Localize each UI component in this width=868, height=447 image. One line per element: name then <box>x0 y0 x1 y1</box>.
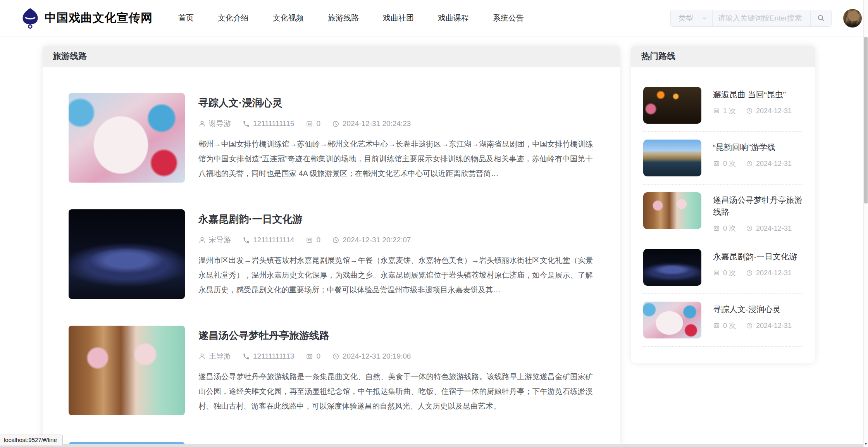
brand[interactable]: 中国戏曲文化宣传网 <box>21 8 153 29</box>
route-meta: 王导游 12111111113 <box>198 351 593 361</box>
hot-route-thumbnail[interactable] <box>643 302 701 338</box>
views-icon <box>306 236 313 244</box>
hot-route-info: 寻踪人文·浸润心灵 0 次 <box>713 302 803 338</box>
hot-route-meta: 1 次 2024-12-31 <box>713 106 803 116</box>
route-phone-number: 12111111114 <box>253 236 294 244</box>
route-guide: 谢导游 <box>198 119 231 129</box>
hot-routes-panel: 热门路线 邂逅昆曲 当回“昆虫” 1 次 <box>631 46 815 363</box>
hot-route-item[interactable]: 寻踪人文·浸润心灵 0 次 <box>643 294 803 347</box>
route-article[interactable]: 遂昌汤公寻梦牡丹亭旅游线路 王导游 <box>69 326 593 415</box>
route-datetime-value: 2024-12-31 20:19:06 <box>343 352 411 361</box>
hot-route-date-value: 2024-12-31 <box>756 224 792 233</box>
hot-route-date-value: 2024-12-31 <box>756 322 792 330</box>
section-title: 旅游线路 <box>53 50 87 62</box>
route-views-count: 0 <box>316 352 320 361</box>
route-list: 寻踪人文·浸润心灵 谢导游 <box>43 67 620 447</box>
hot-route-views-count: 0 次 <box>723 224 736 233</box>
hot-route-title[interactable]: 遂昌汤公寻梦牡丹亭旅游线路 <box>713 194 803 218</box>
search-input[interactable] <box>713 10 810 26</box>
nav-culture-intro[interactable]: 文化介绍 <box>218 13 249 23</box>
hot-route-thumbnail[interactable] <box>643 87 701 124</box>
route-phone-number: 12111111115 <box>253 119 294 128</box>
route-thumbnail[interactable] <box>69 326 185 415</box>
hot-route-title[interactable]: 邂逅昆曲 当回“昆虫” <box>713 88 803 100</box>
route-phone-number: 12111111113 <box>253 352 294 361</box>
hot-routes-list: 邂逅昆曲 当回“昆虫” 1 次 <box>631 67 815 347</box>
hot-route-views: 0 次 <box>713 224 736 233</box>
nav-opera-courses[interactable]: 戏曲课程 <box>438 13 469 23</box>
hot-route-thumbnail[interactable] <box>643 140 701 176</box>
route-description: 温州市区出发→岩头镇苍坡村永嘉昆剧展览馆→午餐（永嘉麦饼、永嘉特色美食）→岩头镇… <box>198 253 593 297</box>
nav-announcements[interactable]: 系统公告 <box>493 13 524 23</box>
hot-route-title[interactable]: 寻踪人文·浸润心灵 <box>713 303 803 315</box>
section-title: 热门路线 <box>641 50 675 62</box>
hot-route-views-count: 0 次 <box>723 159 736 168</box>
clock-icon <box>746 322 753 329</box>
app-header: 中国戏曲文化宣传网 首页 文化介绍 文化视频 旅游线路 戏曲社团 戏曲课程 系统… <box>0 0 868 36</box>
user-icon <box>198 120 206 128</box>
phone-icon <box>243 236 250 244</box>
phone-icon <box>243 353 250 360</box>
hot-route-thumbnail[interactable] <box>643 249 701 286</box>
route-views: 0 <box>306 236 320 244</box>
nav-travel-routes[interactable]: 旅游线路 <box>328 13 359 23</box>
route-article[interactable]: 寻踪人文·浸润心灵 谢导游 <box>69 93 593 183</box>
route-phone: 12111111115 <box>243 119 294 128</box>
route-thumbnail[interactable] <box>69 93 185 183</box>
route-title[interactable]: 永嘉昆剧韵·一日文化游 <box>198 212 593 226</box>
hot-route-views: 1 次 <box>713 106 736 116</box>
browser-status-tooltip: localhost:9527/#/line <box>0 435 63 445</box>
scrollbar-thumb[interactable] <box>864 37 868 204</box>
horizontal-scrollbar[interactable] <box>0 444 863 447</box>
route-phone: 12111111114 <box>243 236 294 244</box>
route-thumbnail[interactable] <box>69 209 185 299</box>
vertical-scrollbar[interactable]: ▼ <box>863 0 868 447</box>
clock-icon <box>332 236 339 244</box>
user-avatar[interactable] <box>843 9 862 28</box>
route-title[interactable]: 遂昌汤公寻梦牡丹亭旅游线路 <box>198 328 593 343</box>
hot-route-meta: 0 次 2024-12-31 <box>713 268 803 278</box>
hot-route-views-count: 1 次 <box>723 106 736 116</box>
hot-route-title[interactable]: 永嘉昆剧韵·一日文化游 <box>713 250 803 262</box>
hot-route-meta: 0 次 2024-12-31 <box>713 159 803 168</box>
nav-culture-video[interactable]: 文化视频 <box>273 13 304 23</box>
chevron-down-icon <box>701 15 708 21</box>
search-button[interactable] <box>810 10 831 26</box>
hot-route-item[interactable]: 永嘉昆剧韵·一日文化游 0 次 <box>643 241 803 294</box>
hot-route-thumbnail[interactable] <box>643 192 701 229</box>
nav-home[interactable]: 首页 <box>178 13 194 23</box>
clock-icon <box>332 353 339 360</box>
hot-route-views-count: 0 次 <box>723 268 736 278</box>
hot-route-date: 2024-12-31 <box>746 160 792 168</box>
hot-route-meta: 0 次 2024-12-31 <box>713 224 803 233</box>
phone-icon <box>243 120 250 128</box>
route-views: 0 <box>306 119 320 128</box>
hot-route-info: 邂逅昆曲 当回“昆虫” 1 次 <box>713 87 803 124</box>
hot-route-views: 0 次 <box>713 159 736 168</box>
type-select[interactable]: 类型 <box>671 10 713 26</box>
route-datetime: 2024-12-31 20:19:06 <box>332 352 411 361</box>
magnifier-icon <box>817 14 825 22</box>
hot-route-views-count: 0 次 <box>723 321 736 330</box>
route-guide-name: 谢导游 <box>209 119 231 129</box>
hot-route-item[interactable]: “昆韵回响”游学线 0 次 <box>643 132 803 185</box>
opera-lantern-icon <box>21 8 39 29</box>
main-nav: 首页 文化介绍 文化视频 旅游线路 戏曲社团 戏曲课程 系统公告 <box>178 13 524 23</box>
route-description: 遂昌汤公寻梦牡丹亭旅游线路是一条集昆曲文化、自然、美食于一体的特色旅游线路。该线… <box>198 369 593 413</box>
route-title[interactable]: 寻踪人文·浸润心灵 <box>198 95 593 110</box>
hot-route-title[interactable]: “昆韵回响”游学线 <box>713 141 803 153</box>
hot-route-item[interactable]: 遂昌汤公寻梦牡丹亭旅游线路 0 次 <box>643 185 803 241</box>
hot-route-item[interactable]: 邂逅昆曲 当回“昆虫” 1 次 <box>643 67 803 132</box>
route-datetime-value: 2024-12-31 20:22:07 <box>343 236 411 244</box>
type-select-value: 类型 <box>679 13 693 23</box>
views-icon <box>306 353 313 360</box>
route-description: 郴州→中国女排竹棚训练馆→苏仙岭→郴州文化艺术中心→长卷非遗街区→东江湖→湖南省… <box>198 136 593 181</box>
travel-routes-header: 旅游线路 <box>43 46 620 67</box>
route-article[interactable]: 永嘉昆剧韵·一日文化游 宋导游 <box>69 209 593 299</box>
scroll-down-arrow-icon[interactable]: ▼ <box>864 441 868 447</box>
nav-opera-clubs[interactable]: 戏曲社团 <box>383 13 414 23</box>
clock-icon <box>746 160 753 167</box>
route-meta: 宋导游 12111111114 <box>198 235 593 245</box>
hot-routes-header: 热门路线 <box>631 46 815 67</box>
site-title: 中国戏曲文化宣传网 <box>45 10 153 26</box>
